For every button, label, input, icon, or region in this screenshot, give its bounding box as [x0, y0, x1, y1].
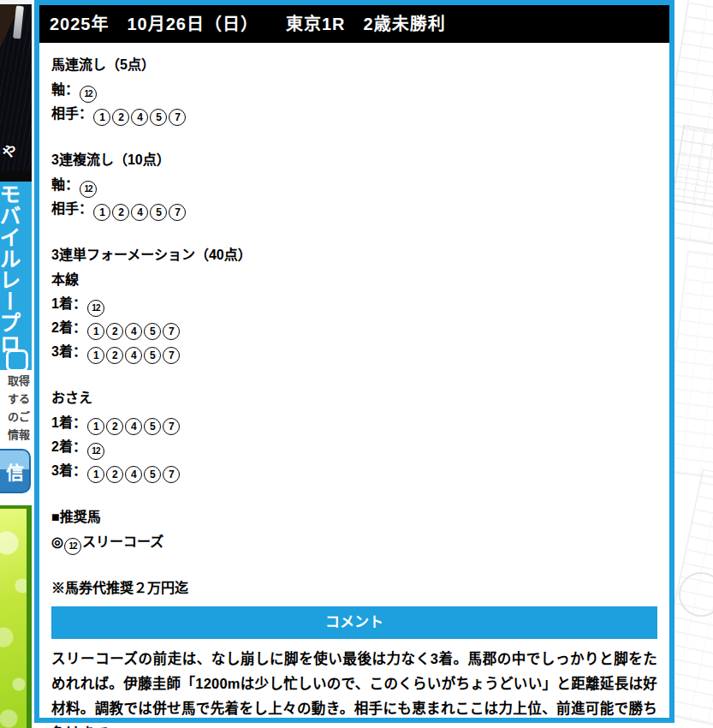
horse-number-circle: 12: [80, 86, 97, 103]
phone-icon: [13, 6, 24, 39]
horse-number-circle: 1: [87, 347, 104, 364]
bet-content: 馬連流し（5点）軸：12相手：124573連複流し（10点）軸：12相手：124…: [39, 43, 669, 728]
horse-number-circle: 5: [150, 109, 167, 126]
comment-text: スリーコーズの前走は、なし崩しに脚を使い最後は力なく3着。馬郡の中でしっかりと脚…: [51, 647, 657, 728]
left-sidebar: や モバイルレープロ 取得するのご情報 信 ジ るや: [0, 0, 32, 728]
horse-number-circle: 5: [150, 204, 167, 221]
newsprint-grid: [674, 125, 713, 209]
bet-line-label: ◎: [51, 534, 63, 549]
horse-number-circle: 4: [125, 466, 142, 483]
horse-number-circle: 5: [144, 466, 161, 483]
bet-line-label: 軸：: [51, 82, 79, 97]
send-button-label: 信: [6, 458, 24, 484]
horse-number-circle: 1: [93, 204, 110, 221]
horse-number-circle: 1: [87, 466, 104, 483]
bet-line: 1着：12: [51, 291, 657, 315]
horse-number-circle: 12: [87, 443, 104, 460]
horse-number-circle: 5: [144, 347, 161, 364]
horse-number-circle: 1: [87, 418, 104, 435]
horse-number-circle: 7: [163, 347, 180, 364]
horse-number-circle: 2: [106, 466, 123, 483]
race-title: 2025年 10月26日（日） 東京1R 2歳未勝利: [50, 15, 446, 33]
horse-number-circle: 4: [131, 204, 148, 221]
newsprint-stamp: [674, 568, 713, 621]
sidebar-info-line: 情報: [0, 426, 30, 444]
green-banner-border: [27, 505, 32, 728]
horse-number-circle: 7: [163, 418, 180, 435]
bet-block: 3連単フォーメーション（40点）本線1着：122着：124573着：12457: [51, 243, 657, 363]
sidebar-info-text: 取得するのご情報: [0, 370, 32, 445]
newsprint-sheet: [674, 0, 713, 252]
bet-line: 3着：12457: [51, 458, 657, 482]
bet-line: 2着：12: [51, 434, 657, 458]
horse-number-circle: 12: [64, 538, 81, 555]
bet-line: 軸：12: [51, 77, 657, 101]
bet-block: おさえ1着：124572着：123着：12457: [51, 386, 657, 482]
sidebar-info-line: のご: [0, 408, 30, 426]
race-header: 2025年 10月26日（日） 東京1R 2歳未勝利: [39, 5, 669, 43]
bet-line: 2着：12457: [51, 315, 657, 339]
mobile-banner-vertical-label: モバイルレープロ: [0, 183, 23, 368]
horse-number-circle: 1: [93, 109, 110, 126]
newsprint-sheet: [674, 250, 713, 486]
horse-number-circle: 4: [125, 418, 142, 435]
horse-number-circle: 7: [169, 109, 186, 126]
bet-line-label: 3着：: [51, 344, 86, 359]
bet-heading: 3連単フォーメーション（40点）: [51, 243, 657, 267]
horse-number-circle: 7: [169, 204, 186, 221]
bet-amount-note: ※馬券代推奨２万円迄: [51, 576, 657, 600]
sidebar-mobile-banner[interactable]: モバイルレープロ: [0, 182, 32, 370]
horse-number-circle: 12: [80, 181, 97, 198]
bet-heading: 3連複流し（10点）: [51, 148, 657, 172]
comment-button[interactable]: コメント: [51, 606, 657, 639]
bet-line-label: 2着：: [51, 439, 86, 454]
sidebar-photo-banner[interactable]: や: [0, 0, 32, 171]
bet-line-label: 相手：: [51, 201, 92, 216]
phone-frame-icon: [6, 349, 28, 370]
bet-line: 軸：12: [51, 172, 657, 196]
bet-heading: おさえ: [51, 386, 657, 410]
bet-block: ■推奨馬◎12スリーコーズ: [51, 505, 657, 553]
bet-line-label: 3着：: [51, 463, 86, 478]
bet-line-label: 1着：: [51, 415, 86, 430]
race-tip-panel: 2025年 10月26日（日） 東京1R 2歳未勝利 馬連流し（5点）軸：12相…: [34, 0, 674, 723]
horse-name: スリーコーズ: [82, 534, 163, 549]
bet-line: 相手：12457: [51, 196, 657, 220]
bet-block: 馬連流し（5点）軸：12相手：12457: [51, 53, 657, 125]
bet-line-label: 軸：: [51, 177, 79, 192]
sidebar-info-line: 取得: [0, 372, 30, 390]
photo-banner-caption: や: [0, 138, 20, 164]
background-newsprint: [674, 0, 713, 728]
horse-number-circle: 2: [106, 418, 123, 435]
bet-heading: ■推奨馬: [51, 505, 657, 529]
bet-line-label: 1着：: [51, 296, 86, 311]
bet-line: ◎12スリーコーズ: [51, 529, 657, 553]
horse-number-circle: 12: [87, 300, 104, 317]
horse-number-circle: 4: [131, 109, 148, 126]
horse-number-circle: 5: [144, 323, 161, 340]
bet-heading: 馬連流し（5点）: [51, 53, 657, 77]
horse-number-circle: 7: [163, 323, 180, 340]
sidebar-divider: [0, 171, 32, 182]
sidebar-info-line: する: [0, 390, 30, 408]
bet-line: 1着：12457: [51, 410, 657, 434]
horse-number-circle: 5: [144, 418, 161, 435]
horse-number-circle: 7: [163, 466, 180, 483]
bet-line: 本線: [51, 267, 657, 291]
newsprint-sheet: [674, 469, 713, 728]
horse-number-circle: 4: [125, 323, 142, 340]
sidebar-send-button[interactable]: 信: [0, 449, 31, 493]
bet-line-label: 相手：: [51, 106, 92, 121]
bet-block: 3連複流し（10点）軸：12相手：12457: [51, 148, 657, 220]
horse-number-circle: 2: [106, 323, 123, 340]
horse-number-circle: 2: [106, 347, 123, 364]
horse-number-circle: 2: [112, 109, 129, 126]
bet-line: 3着：12457: [51, 339, 657, 363]
bet-blocks: 馬連流し（5点）軸：12相手：124573連複流し（10点）軸：12相手：124…: [51, 53, 657, 553]
bet-line-label: 2着：: [51, 320, 86, 335]
horse-number-circle: 2: [112, 204, 129, 221]
bet-line-label: 本線: [51, 272, 79, 287]
horse-number-circle: 4: [125, 347, 142, 364]
bet-line: 相手：12457: [51, 101, 657, 125]
horse-number-circle: 1: [87, 323, 104, 340]
